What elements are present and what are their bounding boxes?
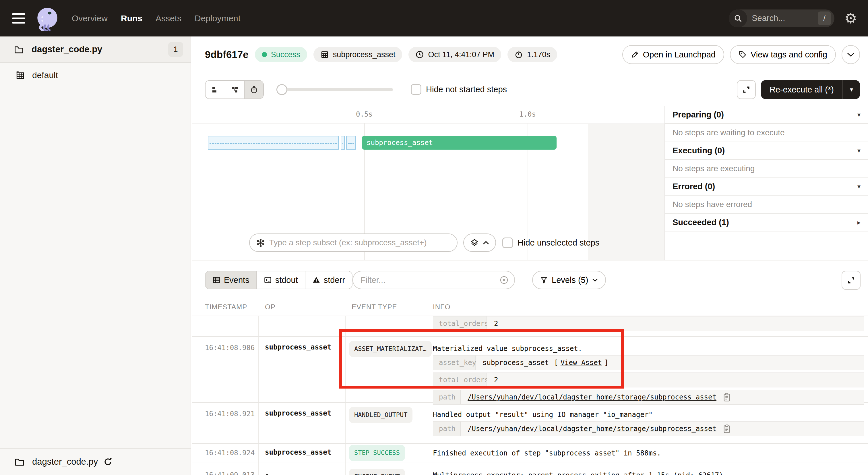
log-table-body: total_orders 2 16:41:08.906 subprocess_a… <box>192 316 868 475</box>
col-event-type: EVENT TYPE <box>352 303 397 311</box>
log-table-header: TIMESTAMP OP EVENT TYPE INFO <box>192 298 868 316</box>
nav-deployment[interactable]: Deployment <box>195 13 241 23</box>
log-message: Finished execution of step "subprocess_a… <box>433 444 864 457</box>
gear-icon[interactable]: ⚙ <box>844 11 857 26</box>
chevron-down-icon <box>847 52 855 57</box>
open-in-launchpad-button[interactable]: Open in Launchpad <box>622 45 724 64</box>
search-shortcut-badge: / <box>818 11 831 25</box>
expand-icon <box>742 85 751 94</box>
global-search[interactable]: / <box>729 9 834 27</box>
view-mode-waterfall-button[interactable] <box>225 81 244 98</box>
gantt-chart: 0.5s 1.0s subprocess_asset <box>192 106 664 260</box>
slider-handle[interactable] <box>276 84 287 95</box>
log-op: - <box>265 470 269 475</box>
nav-assets[interactable]: Assets <box>156 13 181 23</box>
logs-fullscreen-button[interactable] <box>842 271 861 290</box>
event-type-pill: STEP_SUCCESS <box>349 445 405 461</box>
folder-icon <box>14 456 25 467</box>
log-filter-input[interactable] <box>361 275 499 285</box>
hamburger-menu-icon[interactable] <box>12 11 25 26</box>
view-mode-timed-button[interactable] <box>244 81 263 98</box>
reexecute-dropdown-caret[interactable]: ▾ <box>843 86 860 93</box>
axis-tick: 0.5s <box>356 110 373 118</box>
levels-dropdown[interactable]: Levels (5) <box>532 271 606 289</box>
tab-events[interactable]: Events <box>206 271 256 289</box>
status-dot-icon <box>262 52 267 57</box>
axis-tick: 1.0s <box>519 110 536 118</box>
step-subset-row: Hide unselected steps <box>192 234 664 252</box>
gantt-zoom-slider[interactable] <box>276 80 393 99</box>
run-id: 9dbf617e <box>205 49 249 60</box>
hide-unselected-checkbox[interactable] <box>502 237 513 248</box>
clear-filter-icon[interactable] <box>499 275 508 285</box>
copy-icon[interactable] <box>723 424 731 433</box>
search-input[interactable] <box>747 13 818 23</box>
gantt-waiting-segment <box>208 136 339 150</box>
gantt-time-axis: 0.5s 1.0s <box>192 106 664 123</box>
log-row-handled-output[interactable]: 16:41:08.921 subprocess_asset HANDLED_OU… <box>192 403 868 444</box>
event-type-pill: ASSET_MATERIALIZAT… <box>349 341 432 357</box>
log-op: subprocess_asset <box>265 343 331 351</box>
log-row-asset-materialization[interactable]: 16:41:08.906 subprocess_asset ASSET_MATE… <box>192 337 868 403</box>
search-icon <box>729 9 747 27</box>
metadata-table: path /Users/yuhan/dev/local/dagster_home… <box>433 421 864 436</box>
pencil-icon <box>631 51 639 59</box>
log-timestamp: 16:41:08.924 <box>205 449 255 457</box>
job-grid-icon <box>320 50 329 59</box>
section-executing[interactable]: Executing (0) ▾ <box>665 142 868 160</box>
step-subset-input[interactable] <box>269 238 451 247</box>
job-grid-icon <box>15 70 25 80</box>
gantt-waiting-segment <box>346 136 356 150</box>
repo-name: dagster_code.py <box>32 44 102 55</box>
run-actions-chevron-button[interactable] <box>842 45 860 64</box>
expand-icon <box>847 276 856 285</box>
col-timestamp: TIMESTAMP <box>205 303 247 311</box>
terminal-icon <box>264 276 272 284</box>
log-filter-field[interactable] <box>352 271 515 289</box>
log-op: subprocess_asset <box>265 448 331 456</box>
start-time-tag: Oct 11, 4:41:07 PM <box>408 47 501 62</box>
section-preparing[interactable]: Preparing (0) ▾ <box>665 106 868 124</box>
empty-state-text: No steps are waiting to execute <box>665 124 868 142</box>
run-header: 9dbf617e Success subprocess_asset Oct 11… <box>192 36 868 73</box>
event-type-pill: HANDLED_OUTPUT <box>349 407 412 423</box>
dagster-logo-icon[interactable] <box>34 5 60 31</box>
hide-not-started-checkbox[interactable] <box>411 84 422 95</box>
slider-track[interactable] <box>276 88 393 91</box>
nav-overview[interactable]: Overview <box>72 13 107 23</box>
gantt-fullscreen-button[interactable] <box>737 80 756 99</box>
metadata-table: asset_key subprocess_asset [View Asset] <box>433 355 864 370</box>
path-link[interactable]: /Users/yuhan/dev/local/dagster_home/stor… <box>468 390 716 404</box>
empty-state-text: No steps are executing <box>665 160 868 178</box>
folder-icon <box>14 44 24 55</box>
tab-stdout[interactable]: stdout <box>256 271 305 289</box>
caret-down-icon: ▾ <box>857 147 861 154</box>
view-asset-link[interactable]: View Asset <box>561 356 602 370</box>
nav-runs[interactable]: Runs <box>121 13 143 23</box>
view-tags-config-button[interactable]: View tags and config <box>730 45 836 64</box>
graph-query-toggle-button[interactable] <box>463 234 496 252</box>
sidebar-item-default[interactable]: default <box>0 63 191 88</box>
reexecute-all-button[interactable]: Re-execute all (*) ▾ <box>761 80 860 99</box>
metadata-table: path /Users/yuhan/dev/local/dagster_home… <box>433 390 864 405</box>
log-row-partial[interactable]: total_orders 2 <box>192 316 868 337</box>
step-subset-field[interactable] <box>249 234 458 252</box>
log-row-step-success[interactable]: 16:41:08.924 subprocess_asset STEP_SUCCE… <box>192 444 868 463</box>
section-errored[interactable]: Errored (0) ▾ <box>665 178 868 196</box>
copy-icon[interactable] <box>723 393 731 402</box>
sidebar-footer: dagster_code.py <box>0 448 191 475</box>
view-mode-flat-button[interactable] <box>206 81 225 98</box>
chevron-down-icon <box>592 278 598 282</box>
log-row-engine-event[interactable]: 16:41:09.013 - ENGINE_EVENT Multiprocess… <box>192 463 868 475</box>
dagster-run-page: Overview Runs Assets Deployment / ⚙ <box>0 0 868 475</box>
gantt-step-bar[interactable]: subprocess_asset <box>362 136 557 150</box>
sidebar-repo-header[interactable]: dagster_code.py 1 <box>0 36 191 63</box>
pipeline-tag[interactable]: subprocess_asset <box>313 47 402 62</box>
refresh-icon[interactable] <box>103 457 113 467</box>
path-link[interactable]: /Users/yuhan/dev/local/dagster_home/stor… <box>468 422 716 436</box>
section-succeeded[interactable]: Succeeded (1) ▸ <box>665 214 868 232</box>
hide-unselected-label: Hide unselected steps <box>518 238 599 247</box>
chevron-up-icon <box>483 241 489 245</box>
footer-repo-name: dagster_code.py <box>32 456 98 467</box>
tab-stderr[interactable]: stderr <box>305 271 352 289</box>
